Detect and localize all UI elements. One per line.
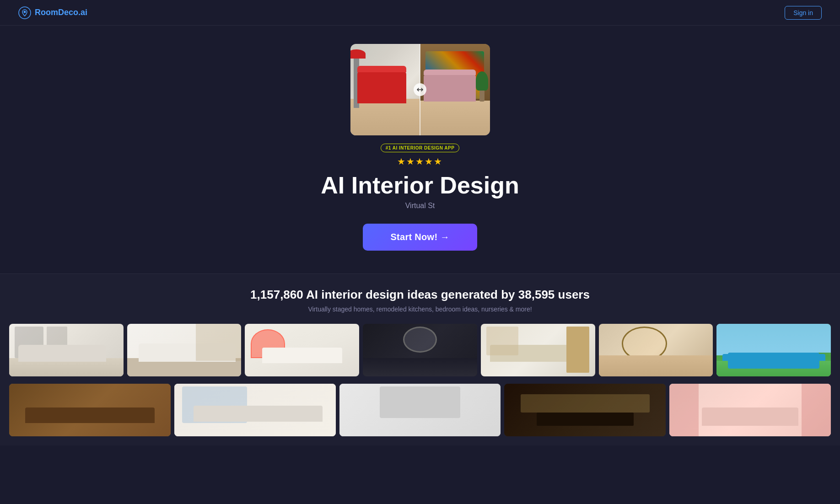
logo-text: RoomDeco.ai [35,8,87,17]
gallery-item-1[interactable] [9,324,124,376]
stats-section: 1,157,860 AI interior design ideas gener… [0,273,840,445]
gallery-row-1 [9,324,831,380]
hero-section: #1 AI INTERIOR DESIGN APP ★★★★★ AI Inter… [0,26,840,273]
gallery-item-11[interactable] [504,384,666,436]
stats-title: 1,157,860 AI interior design ideas gener… [9,288,831,302]
gallery-item-6[interactable] [599,324,713,376]
hero-subtitle: Virtual St [405,202,435,210]
before-after-inner [350,44,490,135]
gallery-row-2 [9,384,831,436]
divider-handle[interactable] [414,83,426,96]
sofa-after [424,74,476,102]
star-rating: ★★★★★ [397,156,443,167]
gallery-item-3[interactable] [245,324,359,376]
gallery-item-9[interactable] [174,384,336,436]
gallery-item-12[interactable] [669,384,831,436]
before-after-card [350,44,490,135]
logo-icon [18,6,31,19]
navbar: RoomDeco.ai Sign in [0,0,840,26]
before-image [350,44,420,135]
after-image [420,44,490,135]
hero-title: AI Interior Design [321,172,519,199]
cta-button[interactable]: Start Now! → [363,224,477,251]
sofa-before [357,71,406,103]
svg-point-1 [24,11,26,13]
sign-in-button[interactable]: Sign in [785,6,822,20]
logo: RoomDeco.ai [18,6,87,19]
gallery-item-8[interactable] [9,384,171,436]
stats-subtitle: Virtually staged homes, remodeled kitche… [9,306,831,313]
plant-decoration [476,74,488,102]
gallery-item-5[interactable] [481,324,595,376]
gallery-item-4[interactable] [363,324,477,376]
app-badge: #1 AI INTERIOR DESIGN APP [381,144,460,152]
gallery-item-7[interactable] [716,324,831,376]
gallery-item-2[interactable] [127,324,242,376]
gallery-item-10[interactable] [339,384,501,436]
